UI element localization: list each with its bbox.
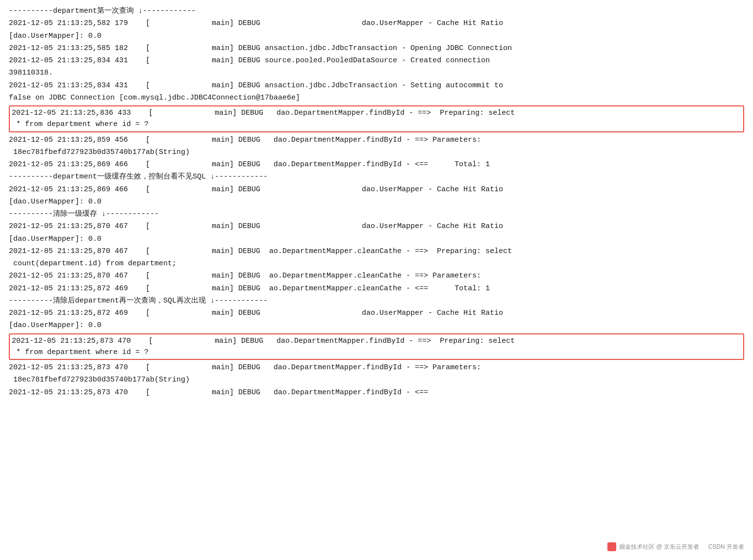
log-line: 2021-12-05 21:13:25,582 179 [ main] DEBU…: [9, 17, 744, 29]
log-line: [dao.UserMapper]: 0.0: [9, 319, 744, 331]
watermark-text2: CSDN 开发者: [708, 543, 744, 551]
log-line: 2021-12-05 21:13:25,870 467 [ main] DEBU…: [9, 220, 744, 232]
log-line: 2021-12-05 21:13:25,870 467 [ main] DEBU…: [9, 270, 744, 282]
log-line: 18ec781fbefd727923b0d35740b177ab(String): [9, 374, 744, 386]
log-line: 2021-12-05 21:13:25,834 431 [ main] DEBU…: [9, 79, 744, 92]
log-line: 398110318.: [9, 67, 744, 79]
log-line: [dao.UserMapper]: 0.0: [9, 196, 744, 208]
log-line: 2021-12-05 21:13:25,870 467 [ main] DEBU…: [9, 245, 744, 257]
log-container: ----------department第一次查询 ↓------------2…: [9, 5, 744, 399]
comment-line: ----------department第一次查询 ↓------------: [9, 5, 744, 17]
highlighted-log-block: 2021-12-05 21:13:25,873 470 [ main] DEBU…: [9, 333, 744, 360]
log-line: 2021-12-05 21:13:25,872 469 [ main] DEBU…: [9, 282, 744, 295]
log-line: 2021-12-05 21:13:25,869 466 [ main] DEBU…: [9, 183, 744, 196]
log-line: 2021-12-05 21:13:25,834 431 [ main] DEBU…: [9, 54, 744, 67]
log-line: 2021-12-05 21:13:25,869 466 [ main] DEBU…: [9, 158, 744, 171]
log-line: 2021-12-05 21:13:25,585 182 [ main] DEBU…: [9, 42, 744, 54]
log-line: [dao.UserMapper]: 0.0: [9, 30, 744, 42]
highlighted-log-block: 2021-12-05 21:13:25,836 433 [ main] DEBU…: [9, 105, 744, 132]
watermark-logo: [607, 542, 616, 551]
watermark-text: 掘金技术社区 @ 京东云开发者: [619, 543, 699, 551]
comment-line: ----------清除一级缓存 ↓------------: [9, 208, 744, 220]
comment-line: ----------清除后department再一次查询，SQL再次出现 ↓--…: [9, 295, 744, 307]
watermark: 掘金技术社区 @ 京东云开发者 CSDN 开发者: [607, 542, 744, 551]
log-line: 2021-12-05 21:13:25,859 456 [ main] DEBU…: [9, 134, 744, 146]
log-line: 18ec781fbefd727923b0d35740b177ab(String): [9, 146, 744, 158]
log-line: 2021-12-05 21:13:25,873 470 [ main] DEBU…: [9, 361, 744, 374]
log-line: false on JDBC Connection [com.mysql.jdbc…: [9, 92, 744, 104]
log-line: count(department.id) from department;: [9, 257, 744, 270]
log-line: 2021-12-05 21:13:25,873 470 [ main] DEBU…: [9, 386, 744, 399]
log-line: 2021-12-05 21:13:25,872 469 [ main] DEBU…: [9, 307, 744, 319]
log-line: [dao.UserMapper]: 0.0: [9, 233, 744, 245]
comment-line: ----------department一级缓存生效，控制台看不见SQL ↓--…: [9, 171, 744, 183]
